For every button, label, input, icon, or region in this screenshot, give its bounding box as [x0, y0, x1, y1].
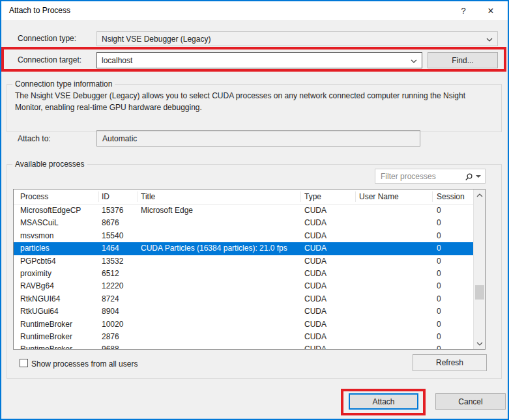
cell: MSASCuiL	[20, 217, 97, 229]
cell: 2876	[102, 331, 136, 343]
attach-to-value: Automatic	[102, 134, 137, 143]
scroll-up-icon[interactable]	[474, 189, 486, 201]
show-all-users-checkbox[interactable]	[20, 359, 28, 367]
cell: CUDA	[304, 305, 355, 318]
connection-type-label: Connection type:	[18, 34, 76, 43]
scroll-down-icon[interactable]	[474, 338, 486, 349]
chevron-down-icon	[411, 56, 417, 65]
cell: 8676	[102, 217, 136, 229]
process-row[interactable]: PGPcbt6413532CUDA0	[14, 255, 473, 268]
cell	[359, 268, 432, 280]
cell: 0	[437, 230, 469, 242]
connection-type-dropdown[interactable]: Nsight VSE Debugger (Legacy)	[96, 31, 498, 46]
window-title: Attach to Process	[9, 1, 70, 20]
cell: 12220	[102, 280, 136, 292]
process-row[interactable]: MSASCuiL8676CUDA0	[14, 217, 473, 229]
cell: 0	[437, 268, 469, 280]
cell: RuntimeBroker	[20, 318, 97, 331]
cell: 0	[437, 331, 469, 343]
cell: 0	[437, 305, 469, 318]
cell: 15376	[102, 204, 136, 217]
column-header-type[interactable]: Type	[304, 189, 355, 204]
column-header-user-name[interactable]: User Name	[359, 189, 432, 204]
process-row[interactable]: RuntimeBroker10020CUDA0	[14, 318, 473, 331]
cell	[141, 255, 300, 268]
cell: RuntimeBroker	[20, 343, 97, 349]
cell: RtkNGUI64	[20, 293, 97, 305]
cell: 8904	[102, 305, 136, 318]
cell	[141, 280, 300, 292]
cell: CUDA	[304, 268, 355, 280]
cell	[359, 318, 432, 331]
refresh-button-label: Refresh	[436, 358, 463, 367]
cell	[359, 343, 432, 349]
filter-options-caret-icon[interactable]	[476, 175, 481, 178]
find-button[interactable]: Find...	[428, 52, 498, 68]
process-row[interactable]: RuntimeBroker2876CUDA0	[14, 331, 473, 343]
process-row[interactable]: MicrosoftEdgeCP15376Microsoft EdgeCUDA0	[14, 204, 473, 217]
cell: PGPcbt64	[20, 255, 97, 268]
cell	[359, 255, 432, 268]
connection-target-combobox[interactable]: localhost	[96, 52, 422, 68]
filter-processes-input[interactable]	[379, 170, 461, 182]
help-icon[interactable]: ?	[450, 1, 477, 20]
cancel-button[interactable]: Cancel	[435, 393, 506, 410]
process-list-body: MicrosoftEdgeCP15376Microsoft EdgeCUDA0M…	[14, 204, 473, 349]
filter-processes-box	[375, 169, 486, 184]
cell: 9688	[102, 343, 136, 349]
process-row[interactable]: RAVBg6412220CUDA0	[14, 280, 473, 292]
process-row[interactable]: proximity6512CUDA0	[14, 268, 473, 280]
cell	[141, 305, 300, 318]
attach-to-process-dialog: Attach to Process ? × Connection type: N…	[0, 0, 509, 420]
cell: 15540	[102, 230, 136, 242]
cell: CUDA	[304, 230, 355, 242]
attach-to-label: Attach to:	[18, 134, 51, 143]
attach-button[interactable]: Attach	[349, 393, 418, 410]
process-row[interactable]: particles1464CUDA Particles (16384 parti…	[14, 242, 473, 255]
scrollbar-thumb[interactable]	[475, 285, 484, 300]
cell: 6512	[102, 268, 136, 280]
column-separator	[98, 191, 99, 202]
cell	[359, 242, 432, 255]
column-header-title[interactable]: Title	[141, 189, 300, 204]
connection-type-information-title: Connection type information	[12, 79, 115, 89]
refresh-button[interactable]: Refresh	[413, 354, 487, 371]
column-header-session[interactable]: Session	[437, 189, 469, 204]
process-row[interactable]: RuntimeBroker9688CUDA0	[14, 343, 473, 349]
process-row[interactable]: RtkNGUI648724CUDA0	[14, 293, 473, 305]
cell	[359, 217, 432, 229]
cell	[359, 331, 432, 343]
cell: proximity	[20, 268, 97, 280]
process-row[interactable]: msvsmon15540CUDA0	[14, 230, 473, 242]
cell	[141, 318, 300, 331]
chevron-down-icon	[486, 35, 493, 44]
cancel-button-label: Cancel	[458, 397, 482, 406]
vertical-scrollbar[interactable]	[473, 189, 485, 349]
cell: 8724	[102, 293, 136, 305]
cell: CUDA	[304, 331, 355, 343]
cell: particles	[20, 242, 97, 255]
column-separator	[138, 191, 138, 202]
cell: CUDA	[304, 343, 355, 349]
cell: CUDA Particles (16384 particles): 21.0 f…	[141, 242, 300, 255]
close-icon[interactable]: ×	[477, 1, 504, 20]
show-all-users-label: Show processes from all users	[31, 359, 138, 369]
cell: RuntimeBroker	[20, 331, 97, 343]
cell	[141, 268, 300, 280]
cell: CUDA	[304, 318, 355, 331]
cell	[141, 230, 300, 242]
column-header-process[interactable]: Process	[20, 189, 97, 204]
process-row[interactable]: RtkUGui648904CUDA0	[14, 305, 473, 318]
cell: 0	[437, 318, 469, 331]
cell: 0	[437, 280, 469, 292]
attach-to-field[interactable]: Automatic	[96, 130, 420, 147]
search-icon[interactable]	[465, 172, 473, 184]
column-separator	[432, 191, 433, 202]
column-separator	[300, 191, 301, 202]
find-button-label: Find...	[452, 56, 473, 65]
process-list: ProcessIDTitleTypeUser NameSession Micro…	[13, 189, 486, 350]
column-header-id[interactable]: ID	[102, 189, 136, 204]
cell: CUDA	[304, 280, 355, 292]
connection-target-label: Connection target:	[18, 55, 81, 64]
cell: 0	[437, 242, 469, 255]
